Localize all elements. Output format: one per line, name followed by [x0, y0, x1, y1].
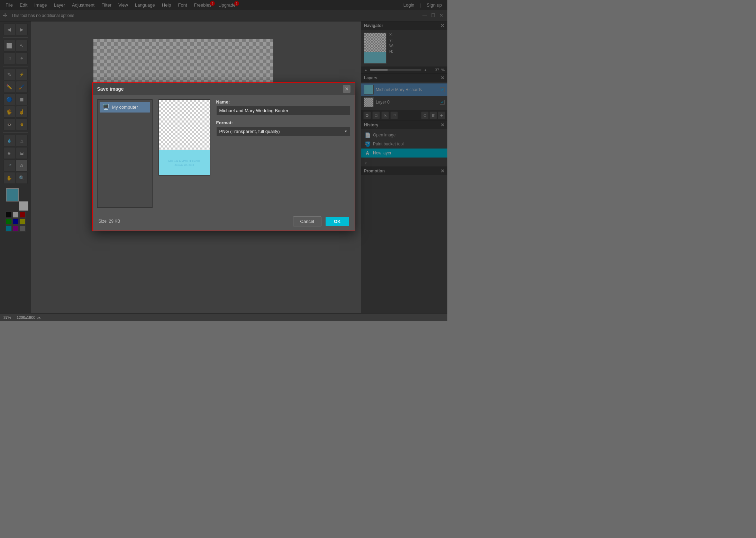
- modal-footer: Size: 29 KB Cancel OK: [93, 212, 355, 231]
- format-select[interactable]: PNG (Transparent, full quality) JPEG (Fu…: [216, 127, 350, 136]
- format-label: Format:: [216, 120, 350, 125]
- size-info: Size: 29 KB: [99, 219, 120, 224]
- format-field-group: Format: PNG (Transparent, full quality) …: [216, 120, 350, 136]
- dimensions-display: 1200x1800 px: [17, 315, 40, 320]
- my-computer-label: My computer: [112, 105, 138, 110]
- modal-overlay: Save image ✕ 🖥️ My computer Michael & Ma…: [0, 0, 447, 313]
- preview-transparent: [159, 100, 210, 150]
- modal-body: 🖥️ My computer Michael & Mary Richards J…: [93, 95, 355, 212]
- filename-input[interactable]: [216, 106, 350, 115]
- cancel-button[interactable]: Cancel: [293, 216, 321, 226]
- name-field-group: Name:: [216, 99, 350, 115]
- modal-form: Name: Format: PNG (Transparent, full qua…: [216, 99, 350, 208]
- modal-preview: Michael & Mary Richards January 1st, 201…: [157, 99, 212, 208]
- name-label: Name:: [216, 99, 350, 105]
- preview-thumbnail: Michael & Mary Richards January 1st, 201…: [158, 99, 210, 176]
- modal-title: Save image: [97, 86, 124, 92]
- preview-sub-text: January 1st, 2019: [175, 164, 194, 166]
- modal-close-button[interactable]: ✕: [343, 85, 350, 93]
- modal-titlebar: Save image ✕: [93, 83, 355, 95]
- status-bar: 37% 1200x1800 px: [0, 313, 447, 321]
- save-image-dialog: Save image ✕ 🖥️ My computer Michael & Ma…: [92, 82, 355, 231]
- my-computer-item[interactable]: 🖥️ My computer: [100, 102, 150, 113]
- modal-sidebar: 🖥️ My computer: [97, 99, 153, 208]
- ok-button[interactable]: OK: [326, 217, 349, 226]
- zoom-display: 37%: [3, 315, 11, 320]
- preview-main-text: Michael & Mary Richards: [168, 159, 200, 162]
- preview-colored: Michael & Mary Richards January 1st, 201…: [159, 150, 210, 176]
- computer-icon: 🖥️: [102, 104, 109, 110]
- format-select-wrapper: PNG (Transparent, full quality) JPEG (Fu…: [216, 127, 350, 136]
